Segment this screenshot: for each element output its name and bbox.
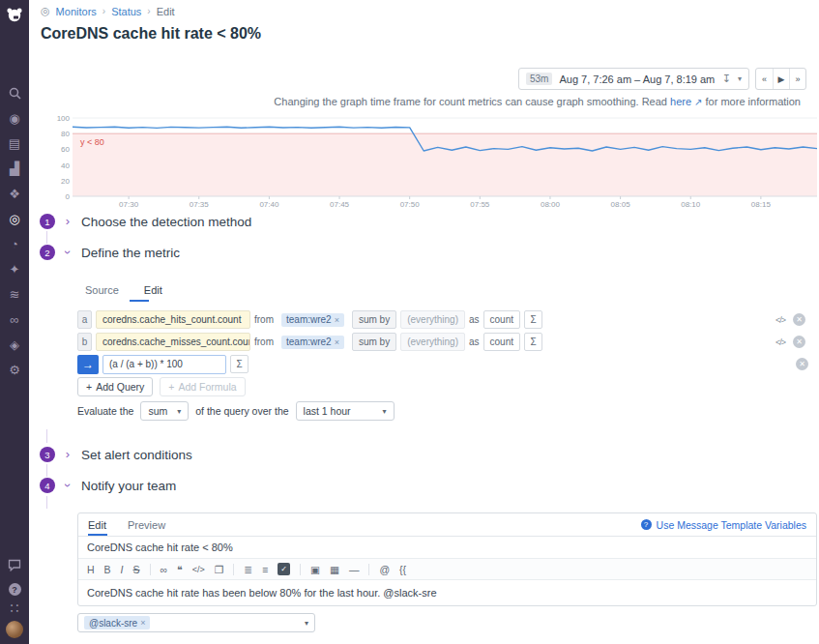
chevron-right-icon[interactable]: › — [62, 215, 73, 228]
avatar[interactable] — [6, 621, 23, 638]
heading-icon[interactable]: H — [87, 564, 95, 575]
query-letter: b — [77, 333, 92, 351]
settings-icon[interactable]: ⚙ — [0, 357, 29, 382]
evaluate-window-select[interactable]: last 1 hour ▾ — [296, 401, 395, 421]
time-back-button[interactable]: « — [756, 69, 773, 89]
security-icon[interactable]: ◈ — [0, 332, 29, 357]
recipient-tag[interactable]: @slack-sre × — [84, 616, 150, 629]
message-body-input[interactable]: CoreDNS cache hit rate has been below 80… — [78, 580, 816, 605]
x-axis-tick: 07:40 — [251, 200, 286, 209]
checkbox-icon[interactable]: ✓ — [278, 563, 290, 575]
image-icon[interactable]: ▣ — [310, 564, 320, 575]
code-icon[interactable]: </> — [192, 564, 205, 575]
synthetics-icon[interactable]: ∞ — [0, 307, 29, 332]
code-view-icon[interactable]: </> — [775, 315, 785, 325]
pin-icon[interactable]: ↧ — [722, 73, 731, 85]
formula-input[interactable]: (a / (a + b)) * 100 — [102, 355, 226, 374]
add-formula-button[interactable]: + Add Formula — [160, 377, 245, 396]
metric-name-input[interactable]: coredns.cache_hits_count.count — [96, 310, 250, 329]
apm-icon[interactable]: ◔ — [0, 231, 29, 256]
datadog-logo[interactable] — [5, 5, 24, 24]
tab-message-preview[interactable]: Preview — [128, 519, 165, 531]
app-sidebar: ◉▤▟❖◎◔✦≋∞◈⚙ ?∷ — [0, 0, 29, 644]
help-icon[interactable]: ? — [9, 583, 21, 596]
table-icon[interactable]: ▦ — [330, 564, 339, 575]
notice-text: Changing the graph time frame for count … — [274, 96, 667, 107]
sigma-button[interactable]: Σ — [230, 355, 249, 373]
time-forward-button[interactable]: » — [789, 69, 805, 89]
metric-name-input[interactable]: coredns.cache_misses_count.count — [96, 333, 250, 351]
divider — [368, 564, 369, 575]
remove-recipient-icon[interactable]: × — [140, 618, 145, 628]
delete-query-icon[interactable]: ✕ — [793, 313, 805, 326]
template-variables-label: Use Message Template Variables — [657, 519, 806, 531]
here-link[interactable]: here — [670, 96, 691, 107]
as-count-button[interactable]: count — [483, 333, 520, 351]
quote-icon[interactable]: ❝ — [177, 564, 183, 575]
sum-by-button[interactable]: sum by — [352, 310, 396, 329]
apps-icon[interactable]: ∷ — [11, 603, 19, 613]
chat-icon[interactable] — [8, 558, 21, 575]
step-1-header[interactable]: Choose the detection method — [81, 215, 251, 229]
delete-query-icon[interactable]: ✕ — [793, 336, 805, 348]
strikethrough-icon[interactable]: S — [133, 564, 140, 575]
group-by-input[interactable]: (everything) — [400, 310, 465, 329]
threshold-label: y < 80 — [80, 137, 104, 147]
scope-tag[interactable]: team:wre2 × — [281, 336, 344, 349]
chevron-down-icon[interactable]: › — [61, 480, 74, 491]
remove-tag-icon[interactable]: × — [335, 315, 339, 325]
tab-edit[interactable]: Edit — [144, 284, 162, 296]
mention-icon[interactable]: @ — [379, 564, 390, 575]
tab-message-edit[interactable]: Edit — [88, 519, 106, 531]
time-play-button[interactable]: ▶ — [773, 69, 789, 89]
link-icon[interactable]: ∞ — [161, 564, 168, 575]
chevron-down-icon[interactable]: ▾ — [305, 619, 308, 628]
scope-tag[interactable]: team:wre2 × — [281, 313, 344, 327]
sigma-button[interactable]: Σ — [524, 333, 542, 351]
divider — [233, 564, 234, 575]
chevron-down-icon: ▾ — [177, 407, 181, 416]
italic-icon[interactable]: I — [121, 564, 124, 575]
group-by-input[interactable]: (everything) — [400, 333, 465, 351]
from-label: from — [254, 337, 274, 347]
y-axis-tick: 0 — [39, 192, 70, 201]
step-3-header[interactable]: Set alert conditions — [81, 448, 192, 462]
chevron-right-icon[interactable]: › — [62, 448, 73, 461]
breadcrumb: ◎ Monitors › Status › Edit — [41, 5, 175, 17]
sigma-button[interactable]: Σ — [524, 310, 542, 329]
add-query-button[interactable]: + Add Query — [77, 377, 153, 396]
query-row-a: a coredns.cache_hits_count.count from te… — [77, 310, 542, 329]
breadcrumb-monitors[interactable]: Monitors — [56, 6, 97, 17]
hr-icon[interactable]: — — [349, 564, 360, 575]
numbered-list-icon[interactable]: ≡ — [262, 564, 268, 575]
delete-formula-icon[interactable]: ✕ — [796, 358, 808, 370]
y-axis-tick: 40 — [39, 161, 70, 170]
chevron-down-icon[interactable]: › — [61, 247, 74, 258]
tab-source[interactable]: Source — [85, 284, 119, 296]
chevron-down-icon[interactable]: ▾ — [738, 74, 742, 83]
template-variables-link[interactable]: ? Use Message Template Variables — [641, 519, 806, 531]
plus-icon: + — [168, 381, 174, 393]
template-braces-icon[interactable]: {{ — [399, 564, 406, 575]
snippet-icon[interactable]: ❐ — [215, 564, 223, 575]
notebooks-icon[interactable]: ✦ — [0, 256, 29, 281]
breadcrumb-status[interactable]: Status — [111, 6, 141, 17]
bullet-list-icon[interactable]: ≣ — [244, 564, 252, 575]
sum-by-button[interactable]: sum by — [352, 333, 396, 351]
step-connector — [46, 464, 47, 477]
logs-icon[interactable]: ≋ — [0, 281, 29, 307]
as-count-button[interactable]: count — [483, 310, 520, 329]
remove-tag-icon[interactable]: × — [335, 337, 339, 347]
add-query-label: Add Query — [96, 381, 144, 393]
code-view-icon[interactable]: </> — [775, 337, 785, 347]
notify-recipients-select[interactable]: @slack-sre × ▾ — [77, 613, 315, 632]
bold-icon[interactable]: B — [104, 564, 111, 575]
evaluate-fn-select[interactable]: sum ▾ — [140, 401, 189, 421]
search-icon[interactable] — [0, 80, 29, 105]
step-2-header[interactable]: Define the metric — [81, 246, 180, 260]
message-title-input[interactable]: CoreDNS cache hit rate < 80% — [78, 537, 816, 559]
query-row-a-actions: </> ✕ — [775, 310, 805, 329]
time-range-picker[interactable]: 53m Aug 7, 7:26 am – Aug 7, 8:19 am ↧ ▾ — [518, 68, 749, 90]
step-4-header[interactable]: Notify your team — [81, 479, 176, 493]
graph-smoothing-notice: Changing the graph time frame for count … — [274, 96, 801, 107]
